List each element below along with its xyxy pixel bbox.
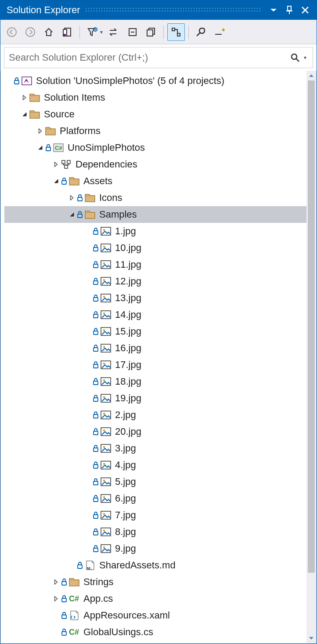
tree-item-label: 18.jpg [115,376,141,387]
lock-icon [92,495,99,502]
lock-icon [61,177,68,185]
tree-item-s4[interactable]: 4.jpg [4,457,316,473]
tree-item-s20[interactable]: 20.jpg [4,423,316,440]
expand-icon[interactable] [36,128,45,134]
expand-icon[interactable] [52,579,61,585]
svg-point-4 [26,28,35,36]
svg-rect-11 [147,30,153,36]
tree-item-label: 17.jpg [115,359,141,371]
image-icon [100,242,112,254]
scroll-up-icon[interactable] [306,71,316,80]
tree-item-s8[interactable]: 8.jpg [4,524,316,540]
tree-item-icons[interactable]: Icons [4,189,316,206]
tree-item-sol[interactable]: Solution 'UnoSimplePhotos' (5 of 4 proje… [4,73,316,89]
image-icon [100,459,112,471]
tree-item-source[interactable]: Source [4,106,316,123]
image-icon [100,359,112,371]
close-icon[interactable] [297,0,313,20]
tree-item-s6[interactable]: 6.jpg [4,490,316,507]
expand-icon[interactable] [20,95,29,100]
lock-icon [45,144,52,152]
titlebar-grip[interactable] [85,7,261,13]
vs-solution-icon [21,75,32,87]
tree-item-s7[interactable]: 7.jpg [4,507,316,524]
tree-item-label: 7.jpg [115,509,136,521]
image-icon [100,376,112,387]
image-icon [100,309,112,320]
collapse-icon[interactable] [68,212,76,217]
scroll-thumb[interactable] [308,80,315,573]
tree-item-label: Solution 'UnoSimplePhotos' (5 of 4 proje… [36,75,224,87]
tree-item-shared[interactable]: SharedAssets.md [4,557,316,574]
tree-item-s15[interactable]: 15.jpg [4,323,316,340]
solution-tree[interactable]: Solution 'UnoSimplePhotos' (5 of 4 proje… [1,71,316,643]
tree-item-s18[interactable]: 18.jpg [4,373,316,390]
collapse-icon[interactable] [36,145,45,150]
tree-item-strings[interactable]: Strings [4,574,316,590]
tree-item-s10[interactable]: 10.jpg [4,240,316,256]
tree-item-label: Source [44,109,75,120]
filter-dropdown-icon[interactable]: ▾ [100,29,104,35]
lock-icon [92,378,99,386]
show-all-files-button[interactable] [142,23,160,41]
cs-icon [68,593,80,604]
tree-item-global[interactable]: GlobalUsings.cs [4,624,316,640]
tree-item-s16[interactable]: 16.jpg [4,340,316,357]
scroll-down-icon[interactable] [306,633,316,643]
svg-point-14 [292,54,297,59]
lock-icon [92,528,99,536]
collapse-icon[interactable] [52,178,61,184]
tree-item-label: 19.jpg [115,393,141,404]
tree-item-platforms[interactable]: Platforms [4,123,316,139]
tree-item-s11[interactable]: 11.jpg [4,256,316,273]
expand-icon[interactable] [68,195,76,200]
pin-icon[interactable] [281,0,297,20]
tree-item-s12[interactable]: 12.jpg [4,273,316,290]
pending-changes-filter-button[interactable] [83,23,101,41]
forward-button[interactable] [22,23,39,41]
expand-icon[interactable] [52,596,61,601]
collapse-icon[interactable] [20,112,29,117]
home-button[interactable] [40,23,58,41]
tree-item-s17[interactable]: 17.jpg [4,357,316,373]
image-icon [100,493,112,504]
tree-item-s13[interactable]: 13.jpg [4,290,316,306]
svg-rect-12 [172,28,175,31]
tree-item-label: 2.jpg [115,409,136,421]
tree-item-samples[interactable]: Samples [4,206,316,223]
tree-item-s2[interactable]: 2.jpg [4,407,316,423]
folder-icon [84,209,96,220]
tree-item-label: 9.jpg [115,543,136,554]
search-options-dropdown-icon[interactable]: ▾ [304,55,313,61]
tree-item-s1[interactable]: 1.jpg [4,223,316,240]
preview-selected-items-button[interactable] [211,23,228,41]
tree-item-appres[interactable]: AppResources.xaml [4,607,316,624]
lock-icon [92,428,99,436]
tree-item-s9[interactable]: 9.jpg [4,540,316,557]
search-input[interactable] [4,52,286,63]
lock-icon [92,461,99,469]
image-icon [100,276,112,287]
vertical-scrollbar[interactable] [306,71,316,643]
back-button[interactable] [3,23,21,41]
sync-with-active-document-button[interactable] [105,23,123,41]
search-icon[interactable] [286,53,304,62]
tree-item-label: 10.jpg [115,242,141,254]
tree-item-app[interactable]: App.cs [4,590,316,607]
expand-icon[interactable] [52,162,61,167]
tree-item-s19[interactable]: 19.jpg [4,390,316,407]
tree-item-s3[interactable]: 3.jpg [4,440,316,457]
lock-icon [92,511,99,519]
collapse-all-button[interactable] [124,23,141,41]
tree-item-s14[interactable]: 14.jpg [4,306,316,323]
tree-item-s5[interactable]: 5.jpg [4,473,316,490]
track-active-item-button[interactable] [167,23,185,41]
tree-item-deps[interactable]: Dependencies [4,156,316,173]
properties-button[interactable] [192,23,210,41]
tree-item-solution-items[interactable]: Solution Items [4,89,316,106]
tree-item-project[interactable]: UnoSimplePhotos [4,139,316,156]
window-options-icon[interactable] [266,0,281,20]
lock-icon [92,411,99,419]
tree-item-assets[interactable]: Assets [4,173,316,189]
switch-views-button[interactable] [58,23,76,41]
